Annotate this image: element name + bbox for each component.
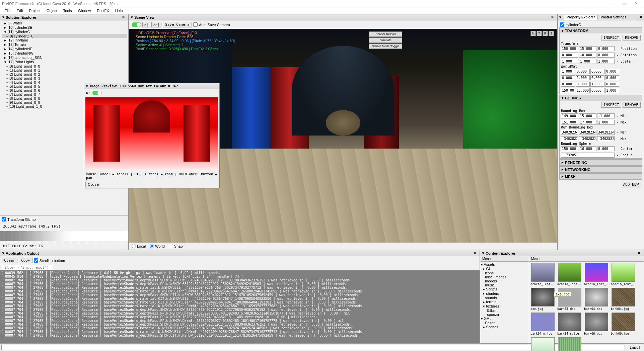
chevron-right-icon[interactable]: ▸ [562, 160, 564, 165]
viewport-button-t[interactable]: T [536, 31, 542, 36]
panel-close-icon[interactable]: ✕ [638, 15, 644, 19]
rbb-min-y[interactable] [579, 130, 596, 135]
tree-item[interactable]: ▾ [17] Point Lights [2, 60, 127, 64]
worldmat-cell[interactable] [561, 88, 575, 93]
nav-next-button[interactable]: >>| [151, 22, 161, 27]
worldmat-cell[interactable] [561, 82, 575, 87]
viewport-menu-item[interactable]: Simulate [369, 37, 402, 43]
viewport-menu-item[interactable]: Shader Reload [369, 31, 402, 37]
tree-item[interactable]: ▪ [1] Light_point_0_1 [2, 68, 127, 72]
thumbnail[interactable] [530, 337, 555, 351]
collapse-icon[interactable]: ▾ [558, 14, 563, 20]
content-tree-item[interactable]: ▸ GUI [481, 267, 528, 271]
chevron-right-icon[interactable]: ▸ [562, 174, 564, 179]
bb-min-z[interactable] [597, 113, 615, 118]
content-tree[interactable]: ▾ Assets ▸ GUI icons misc_images models … [480, 262, 529, 351]
thumbnail[interactable]: acacia_leaf.jpg [557, 263, 582, 286]
collapse-icon[interactable]: ▾ [2, 251, 4, 255]
tree-item[interactable]: ▪ [3] Light_point_0_3 [2, 76, 127, 80]
tree-item[interactable]: ▸ [16] sponza.obj_SGN [2, 56, 127, 60]
thumbnail[interactable]: acacia_leaf_n.jpg [584, 263, 609, 286]
tree-item[interactable]: ▸ [13] Terrain [2, 42, 127, 47]
inspect-button[interactable]: INSPECT [601, 102, 621, 108]
bb-min-x[interactable] [561, 113, 578, 118]
scroll-bottom-checkbox[interactable] [34, 258, 38, 263]
tab-property-explorer[interactable]: Property Explorer [564, 15, 598, 20]
content-tree-item[interactable]: ▾ Assets [481, 262, 528, 267]
panel-close-icon[interactable]: ✕ [472, 251, 478, 255]
remove-button[interactable]: REMOVE [623, 35, 641, 40]
content-tree-item[interactable]: Editor [481, 321, 528, 325]
rbb-max-z[interactable] [597, 136, 615, 141]
worldmat-cell[interactable] [605, 75, 619, 80]
rendering-header[interactable]: RENDERING [565, 161, 587, 165]
bs-c-x[interactable] [561, 146, 578, 151]
viewport-button-r[interactable]: R [543, 31, 548, 36]
auto-save-checkbox[interactable] [193, 22, 198, 27]
tree-item[interactable]: ▪ [0] Light_point_0_0 [2, 64, 127, 68]
menu-project[interactable]: Project [26, 8, 43, 13]
rot-y[interactable] [579, 53, 596, 58]
tree-item[interactable]: ▸ [9] Water [2, 21, 127, 25]
content-tree-item[interactable]: 0.fbm [481, 309, 528, 313]
thumbnail[interactable]: bark04.dds [584, 288, 609, 311]
remove-button[interactable]: REMOVE [623, 102, 641, 108]
tree-item[interactable]: ▸ [14] cylinderNE [2, 47, 127, 51]
content-tree-item[interactable]: ▸ shaders [481, 291, 528, 296]
image-preview-canvas[interactable] [85, 97, 218, 170]
worldmat-cell[interactable] [590, 69, 604, 74]
content-tree-item[interactable]: ▾ XML [481, 317, 528, 321]
content-tree-item[interactable]: ▸ Scripts [481, 287, 528, 291]
menu-edit[interactable]: Edit [14, 8, 26, 13]
content-tree-menu[interactable]: Menu [480, 256, 529, 262]
thumbnail[interactable]: bark04_s.jpg [557, 313, 582, 335]
worldmat-cell[interactable] [561, 75, 575, 80]
thumbnail[interactable] [557, 337, 582, 351]
collapse-icon[interactable]: ▾ [131, 15, 133, 19]
inspect-button[interactable]: INSPECT [601, 35, 621, 40]
pos-z[interactable] [597, 46, 615, 51]
tree-item[interactable]: ▸ [12] InfPlane [2, 38, 127, 42]
bb-max-z[interactable] [597, 120, 615, 125]
tree-item[interactable]: ▪ [2] Light_point_0_2 [2, 72, 127, 76]
bs-c-y[interactable] [579, 146, 596, 151]
mesh-header[interactable]: MESH [565, 175, 576, 179]
content-tree-item[interactable]: sponza [481, 313, 528, 317]
rbb-max-y[interactable] [579, 136, 596, 141]
bb-max-y[interactable] [579, 120, 596, 125]
scene-play-toggle[interactable] [132, 22, 141, 27]
tree-item[interactable]: ▪ [0] cylinderC_0 [2, 34, 127, 38]
panel-close-icon[interactable]: ✕ [636, 251, 642, 255]
transform-header[interactable]: TRANSFORM [565, 29, 588, 33]
scl-z[interactable] [597, 59, 615, 64]
panel-close-icon[interactable]: ✕ [121, 15, 126, 19]
worldmat-cell[interactable] [605, 88, 619, 93]
pos-y[interactable] [579, 46, 596, 51]
filter-input[interactable] [2, 265, 52, 270]
content-tree-item[interactable]: sounds [481, 296, 528, 300]
minimize-button[interactable]: — [606, 0, 618, 7]
worldmat-cell[interactable] [576, 88, 590, 93]
bs-c-z[interactable] [597, 146, 615, 151]
worldmat-cell[interactable] [576, 75, 590, 80]
image-preview-window[interactable]: ▾ Image Preview: FBO_SSAO_Out_Att_Colour… [84, 83, 220, 188]
tree-item[interactable]: ▸ [10] cylinderSE [2, 25, 127, 30]
viewport-menu-item[interactable]: Terrain Mode Toggle [369, 43, 402, 49]
maximize-button[interactable]: ▭ [618, 0, 630, 7]
viewport-button-n[interactable]: N [530, 31, 536, 36]
image-preview-close-button[interactable]: Close [85, 182, 101, 187]
worldmat-cell[interactable] [590, 82, 604, 87]
pos-x[interactable] [561, 46, 578, 51]
content-thumbs-menu[interactable]: Menu [529, 256, 644, 262]
collapse-icon[interactable]: ▾ [86, 84, 88, 88]
thumbnail[interactable]: bark06.dds [584, 313, 609, 335]
worldmat-cell[interactable] [576, 82, 590, 87]
transform-gizmo-checkbox[interactable] [2, 217, 6, 222]
worldmat-cell[interactable] [605, 82, 619, 87]
content-tree-item[interactable]: misc_images [481, 275, 528, 279]
rot-z[interactable] [597, 53, 615, 58]
content-tree-item[interactable]: ▸ terrain [481, 300, 528, 304]
worldmat-cell[interactable] [590, 88, 604, 93]
viewport-button-s[interactable]: S [549, 31, 554, 36]
content-thumbnails[interactable]: acacia_leaf.ddsacacia_leaf.jpgacacia_lea… [529, 262, 644, 351]
